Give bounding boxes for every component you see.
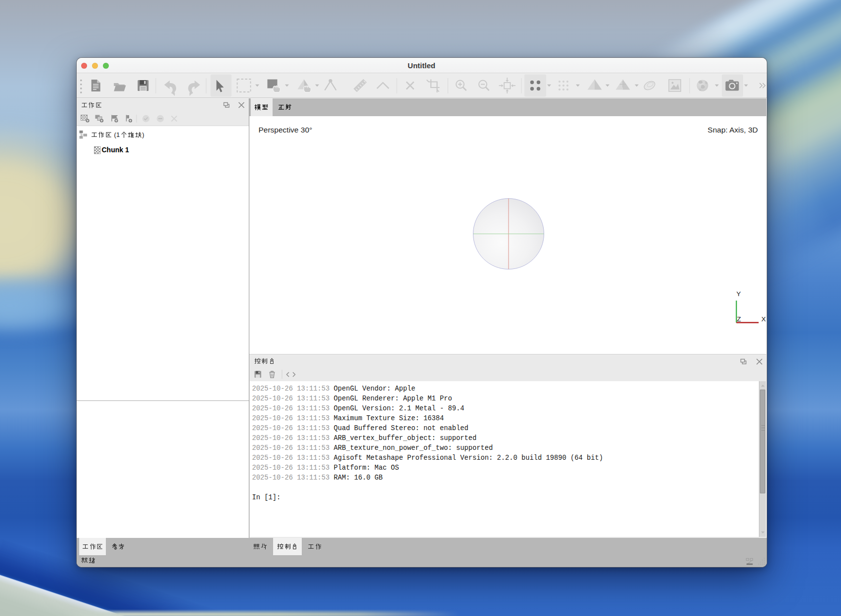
svg-text:Z: Z [737, 315, 741, 323]
svg-text:Y: Y [736, 290, 741, 298]
svg-text:X: X [761, 315, 766, 323]
